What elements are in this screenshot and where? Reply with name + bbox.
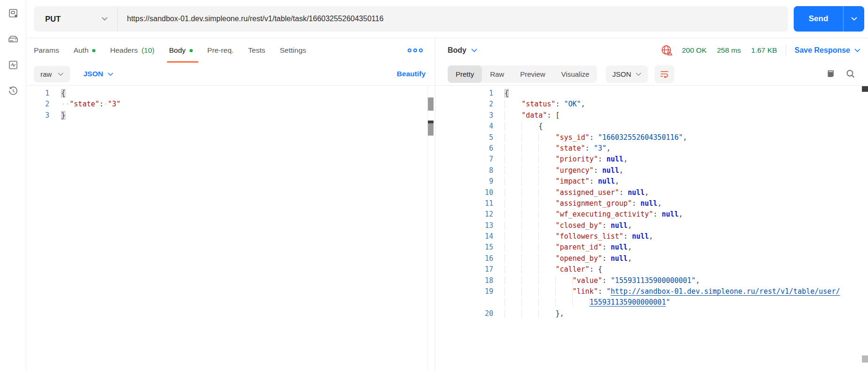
word-wrap-button[interactable] [655, 65, 674, 83]
line-number: 3 [435, 110, 499, 121]
code-token [505, 265, 555, 274]
code-text: "priority": null, [499, 154, 628, 165]
network-warning-icon[interactable] [661, 44, 673, 56]
line-number [435, 297, 499, 308]
history-icon[interactable] [6, 83, 21, 98]
tab-settings[interactable]: Settings [280, 38, 306, 63]
word-wrap-icon [660, 70, 669, 78]
code-token: : [602, 221, 611, 230]
tab-body[interactable]: Body [169, 38, 192, 63]
code-token: null [598, 177, 615, 186]
beautify-button[interactable]: Beautify [397, 70, 426, 78]
code-line[interactable]: 3} [26, 110, 435, 121]
response-view-tabs: Pretty Raw Preview Visualize [448, 65, 597, 83]
code-token: "urgency" [555, 166, 593, 175]
code-token: " [666, 298, 670, 306]
code-token: , [628, 254, 632, 263]
code-token: { [538, 122, 543, 130]
copy-icon[interactable] [826, 69, 836, 79]
code-token: " [607, 287, 611, 296]
code-text: "closed_by": null, [499, 220, 632, 231]
tab-tests[interactable]: Tests [248, 38, 265, 63]
code-token: : [ [547, 111, 560, 120]
code-token [505, 177, 555, 186]
code-token [505, 122, 538, 130]
search-icon[interactable] [845, 69, 856, 79]
view-tab-preview[interactable]: Preview [512, 65, 553, 83]
response-body-viewer[interactable]: 1{2 "status": "OK",3 "data": [4 {5 "sys_… [435, 85, 868, 371]
code-line[interactable]: 1{ [26, 88, 435, 99]
tab-auth[interactable]: Auth [73, 38, 95, 63]
code-token: : [623, 232, 632, 241]
code-token: ·· [61, 100, 70, 108]
save-response-button[interactable]: Save Response [795, 46, 860, 55]
view-tab-raw[interactable]: Raw [482, 65, 512, 83]
tab-label: Body [169, 46, 185, 55]
code-token: · [103, 100, 108, 108]
line-number: 3 [26, 110, 55, 121]
code-line: 6 "state": "3", [435, 143, 868, 154]
code-text: "assigned_user": null, [499, 187, 649, 198]
code-token: null [662, 210, 679, 218]
response-pane: Body 200 OK 258 ms 1.67 KB [435, 38, 868, 371]
url-input[interactable]: https://sandbox-01.dev.simpleone.ru/rest… [118, 6, 788, 32]
response-viewer-scrollbar[interactable] [862, 85, 868, 371]
tab-headers[interactable]: Headers (10) [110, 38, 154, 63]
body-type-value: raw [40, 70, 52, 78]
send-options-button[interactable] [844, 6, 864, 32]
tab-label: Pre-req. [207, 46, 234, 55]
line-number: 8 [435, 165, 499, 176]
code-token: null [640, 199, 657, 208]
code-token: : [590, 177, 598, 186]
collections-icon[interactable] [6, 6, 21, 21]
code-token [505, 111, 521, 120]
code-token: "followers_list" [555, 232, 623, 241]
line-number: 14 [435, 231, 499, 242]
request-editor-scrollbar[interactable] [427, 85, 434, 371]
code-line[interactable]: 2··"state":·"3" [26, 99, 435, 110]
code-text: ··"state":·"3" [55, 99, 120, 110]
code-token: : [632, 199, 640, 208]
code-token: : [99, 100, 103, 108]
activity-icon[interactable] [6, 57, 21, 73]
json-link[interactable]: http://sandbox-01.dev.simpleone.ru/rest/… [611, 287, 840, 296]
language-select[interactable]: JSON [83, 70, 113, 78]
send-button[interactable]: Send [794, 6, 844, 32]
code-token: , [695, 276, 700, 285]
body-type-select[interactable]: raw [34, 66, 70, 82]
view-tab-visualize[interactable]: Visualize [553, 65, 598, 83]
code-token: : [585, 144, 594, 153]
code-line: 17 "caller": { [435, 264, 868, 275]
response-language-value: JSON [612, 70, 631, 78]
code-token [505, 254, 555, 263]
tab-params[interactable]: Params [34, 38, 59, 63]
json-link[interactable]: 155931135900000001 [590, 298, 666, 306]
code-token: null [611, 243, 628, 251]
view-tab-pretty[interactable]: Pretty [448, 65, 482, 83]
more-options-icon[interactable] [406, 47, 425, 54]
code-text: } [55, 110, 65, 121]
code-token: } [61, 111, 65, 120]
code-line: 13 "closed_by": null, [435, 220, 868, 231]
code-token: , [615, 177, 619, 186]
workspace-panes: Params Auth Headers (10) Body Pre-req. T… [26, 38, 868, 371]
response-language-select[interactable]: JSON [606, 65, 648, 83]
line-number: 1 [435, 88, 499, 99]
code-token [505, 210, 555, 218]
response-body-select[interactable]: Body [448, 46, 477, 55]
method-select[interactable]: PUT [34, 6, 118, 32]
chevron-down-icon [854, 48, 860, 52]
request-topbar: PUT https://sandbox-01.dev.simpleone.ru/… [26, 0, 868, 38]
server-icon[interactable] [6, 32, 21, 47]
code-token: "opened_by" [555, 254, 602, 263]
code-token: : [653, 210, 662, 218]
tab-pre-req[interactable]: Pre-req. [207, 38, 234, 63]
request-body-editor[interactable]: 1{2··"state":·"3"3} [26, 85, 435, 371]
code-token: : [602, 254, 611, 263]
send-button-group: Send [794, 6, 864, 32]
code-token: : [602, 276, 611, 285]
line-number: 11 [435, 198, 499, 209]
request-bar: PUT https://sandbox-01.dev.simpleone.ru/… [34, 6, 788, 32]
tab-label: Params [34, 46, 59, 55]
code-token: : [590, 133, 598, 142]
